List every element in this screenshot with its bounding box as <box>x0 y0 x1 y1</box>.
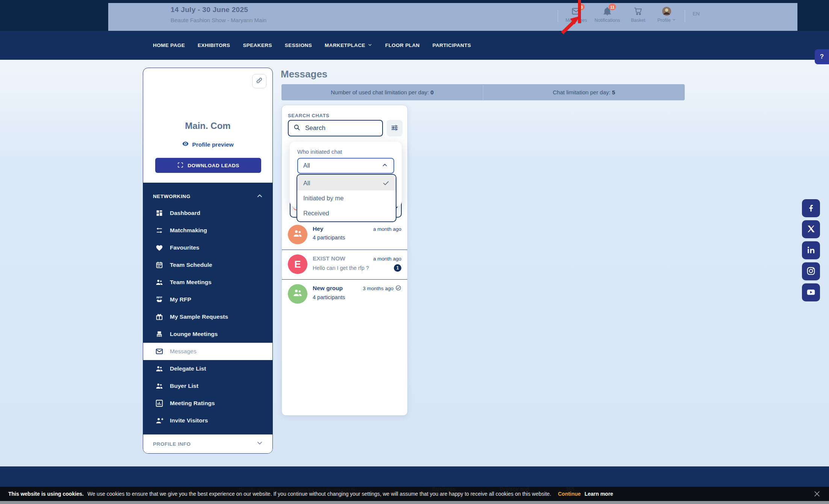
event-logo <box>149 11 165 23</box>
avatar-letter: E <box>294 259 301 270</box>
nav-item[interactable]: HOME PAGE <box>153 42 185 48</box>
chat-list-item[interactable]: New group 3 months ago 4 participants <box>282 280 407 309</box>
nav-item[interactable]: SPEAKERS <box>243 42 272 48</box>
sidebar-item-label: Matchmaking <box>170 227 207 234</box>
header-action[interactable]: 11 Notifications <box>595 6 620 23</box>
filter-button[interactable] <box>387 120 402 136</box>
help-button[interactable]: ? <box>815 49 829 64</box>
main-nav: HOME PAGE EXHIBITORS SPEAKERS SESSIONS <box>0 31 829 60</box>
profile-info-section[interactable]: PROFILE INFO <box>143 434 272 453</box>
sidebar-item-icon <box>155 278 163 286</box>
social-icon <box>806 245 816 256</box>
cookie-learn-more-link[interactable]: Learn more <box>584 491 613 497</box>
sidebar-item[interactable]: Matchmaking <box>143 222 272 239</box>
who-initiated-chat-select[interactable]: All <box>297 158 394 174</box>
nav-item[interactable]: FLOOR PLAN <box>385 42 420 48</box>
eye-icon <box>182 140 189 149</box>
sidebar-item[interactable]: Favourites <box>143 239 272 256</box>
chat-search-box <box>288 120 383 136</box>
social-button[interactable] <box>802 220 820 238</box>
header-action[interactable]: Basket <box>628 6 649 23</box>
header-action-icon <box>633 11 643 17</box>
social-button[interactable] <box>802 283 820 301</box>
sidebar-item[interactable]: Messages <box>143 343 272 360</box>
nav-item[interactable]: PARTICIPANTS <box>433 42 471 48</box>
nav-item-label: SPEAKERS <box>243 42 272 48</box>
chat-list-item[interactable]: Hey a month ago 4 participants <box>282 220 407 250</box>
social-button[interactable] <box>802 241 820 259</box>
sidebar-item-icon <box>155 313 163 321</box>
profile-info-label: PROFILE INFO <box>153 441 191 447</box>
dropdown-option[interactable]: Initiated by me <box>297 191 396 206</box>
social-button[interactable] <box>802 262 820 280</box>
chat-timestamp: a month ago <box>373 256 401 262</box>
sidebar-item-icon <box>155 347 163 356</box>
used-chat-limit: Number of used chat limitation per day: … <box>281 89 483 95</box>
nav-item[interactable]: SESSIONS <box>285 42 312 48</box>
page-title: Messages <box>281 68 327 80</box>
page: 14 July - 30 June 2025 Beaute Fashion Sh… <box>0 0 829 504</box>
social-icon <box>806 224 816 235</box>
dropdown-option-label: Initiated by me <box>303 195 343 202</box>
sidebar-item-icon <box>155 330 163 338</box>
networking-section: NETWORKING Dashboard Matchmaking <box>143 183 272 435</box>
svg-text:RFP: RFP <box>156 296 162 299</box>
chat-panel: SEARCH CHATS Who initiated chat All <box>281 105 408 416</box>
nav-item[interactable]: MARKETPLACE <box>325 42 372 48</box>
dropdown-option-label: Received <box>303 210 329 217</box>
sidebar-item[interactable]: Dashboard <box>143 204 272 222</box>
close-icon[interactable] <box>813 490 821 498</box>
sidebar-item[interactable]: Lounge Meetings <box>143 325 272 343</box>
copy-link-button[interactable] <box>252 74 266 88</box>
header-action[interactable]: Profile <box>656 6 677 23</box>
used-chat-limit-label: Number of used chat limitation per day: <box>331 89 429 95</box>
sidebar-item[interactable]: Invite Visitors <box>143 412 272 429</box>
profile-preview-link[interactable]: Profile preview <box>143 140 272 149</box>
dropdown-option[interactable]: Received <box>297 206 396 221</box>
header-action-icon <box>571 11 581 17</box>
header-action-label: Notifications <box>595 18 620 23</box>
filter-options-dropdown: All Initiated by me Received <box>297 174 396 222</box>
sidebar: Main. Com Profile preview DOWNLOAD LEADS… <box>143 68 273 454</box>
header-action[interactable]: 3 Messages <box>566 6 587 23</box>
sidebar-item-icon: RFP <box>155 295 163 304</box>
cookie-banner: This website is using cookies. We use co… <box>0 487 829 501</box>
header-divider <box>558 10 558 22</box>
networking-header[interactable]: NETWORKING <box>143 183 272 204</box>
chevron-up-icon <box>381 162 388 170</box>
search-chats-label: SEARCH CHATS <box>288 113 330 118</box>
chat-list-item[interactable]: E EXIST NOW a month ago He <box>282 250 407 280</box>
download-leads-button[interactable]: DOWNLOAD LEADS <box>155 158 261 173</box>
bottom-strip <box>0 501 829 504</box>
chat-avatar: E <box>288 254 307 274</box>
group-icon <box>292 228 303 241</box>
chat-search-input[interactable] <box>305 124 378 132</box>
notification-badge: 3 <box>578 4 585 10</box>
nav-item-label: PARTICIPANTS <box>433 42 471 48</box>
sidebar-item[interactable]: Delegate List <box>143 360 272 377</box>
social-button[interactable] <box>802 199 820 217</box>
sidebar-item[interactable]: Team Meetings <box>143 274 272 291</box>
selected-option-value: All <box>303 162 310 169</box>
sidebar-item-label: Team Schedule <box>170 262 212 268</box>
language-selector[interactable]: EN <box>693 11 700 17</box>
sidebar-item-label: Favourites <box>170 244 199 251</box>
sidebar-item-label: Meeting Ratings <box>170 400 215 407</box>
sidebar-item[interactable]: RFP My RFP <box>143 291 272 308</box>
cookie-continue-button[interactable]: Continue <box>558 491 581 497</box>
seen-check-icon <box>395 285 401 292</box>
chat-avatar <box>288 225 307 244</box>
dropdown-option[interactable]: All <box>297 176 396 191</box>
sidebar-item-label: My Sample Requests <box>170 313 228 320</box>
sidebar-item[interactable]: Meeting Ratings <box>143 395 272 412</box>
sidebar-item[interactable]: My Sample Requests <box>143 308 272 325</box>
nav-item[interactable]: EXHIBITORS <box>198 42 230 48</box>
header-divider <box>685 10 685 22</box>
event-dates: 14 July - 30 June 2025 <box>171 6 266 14</box>
sidebar-item[interactable]: Team Schedule <box>143 256 272 274</box>
sidebar-item-label: Buyer List <box>170 383 198 389</box>
sidebar-item[interactable]: Buyer List <box>143 377 272 395</box>
chevron-down-icon <box>368 42 372 48</box>
top-bar: 14 July - 30 June 2025 Beaute Fashion Sh… <box>0 0 829 31</box>
sidebar-item-icon <box>155 382 163 390</box>
